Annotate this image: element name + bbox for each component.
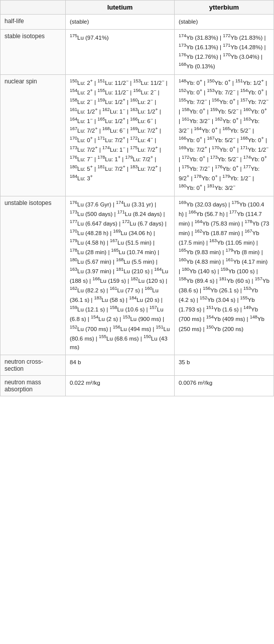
lu-cell-4: 84 b [66,355,175,375]
row-label-2: nuclear spin [1,74,66,196]
lu-cell-1: 175Lu (97.41%) [66,30,175,74]
yb-cell-4: 35 b [174,355,273,375]
lu-cell-0: (stable) [66,15,175,30]
yb-cell-0: (stable) [174,15,273,30]
corner-header [1,1,66,15]
lutetium-header: lutetium [66,1,175,15]
row-label-0: half-life [1,15,66,30]
lu-cell-3: 176Lu (37.6 Gyr) | 174Lu (3.31 yr) | 173… [66,196,175,355]
row-label-4: neutron cross-section [1,355,66,375]
yb-cell-5: 0.0076 m²/kg [174,375,273,396]
row-label-1: stable isotopes [1,30,66,74]
lu-cell-2: 150Lu: 2+ | 151Lu: 11/2− | 153Lu: 11/2− … [66,74,175,196]
yb-cell-1: 174Yb (31.83%) | 172Yb (21.83%) | 173Yb … [174,30,273,74]
lu-cell-5: 0.022 m²/kg [66,375,175,396]
yb-cell-3: 169Yb (32.03 days) | 175Yb (100.4 h) | 1… [174,196,273,355]
ytterbium-header: ytterbium [174,1,273,15]
row-label-3: unstable isotopes [1,196,66,355]
row-label-5: neutron mass absorption [1,375,66,396]
yb-cell-2: 148Yb: 0+ | 150Yb: 0+ | 151Yb: 1/2+ | 15… [174,74,273,196]
